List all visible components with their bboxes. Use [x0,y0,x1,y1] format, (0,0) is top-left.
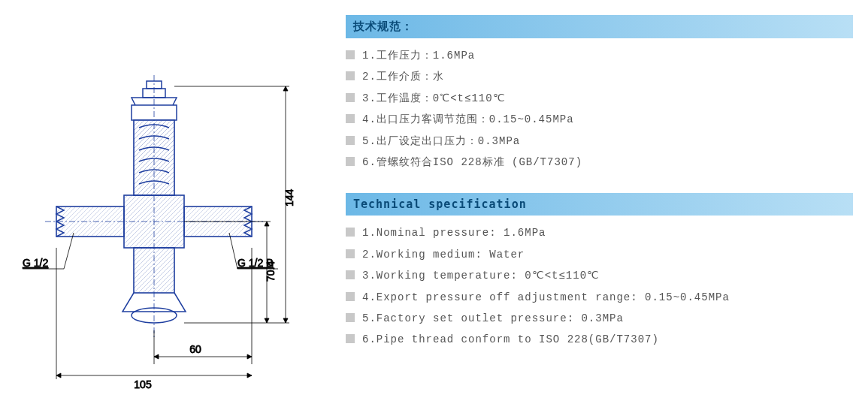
bullet-icon [346,270,355,279]
list-item: 6.Pipe thread conform to ISO 228(GB/T730… [346,331,853,348]
page-container: 144 70.4 60 105 G 1/2 [15,15,853,405]
bullet-icon [346,157,355,166]
list-item: 3.Working temperature: 0℃<t≤110℃ [346,267,853,284]
spec-text: 4.出口压力客调节范围：0.15~0.45MPa [362,111,574,128]
diagram-column: 144 70.4 60 105 G 1/2 [15,15,316,405]
list-item: 5.出厂设定出口压力：0.3MPa [346,133,853,149]
bullet-icon [346,334,355,343]
spec-text: 6.管螺纹符合ISO 228标准 (GB/T7307) [362,154,582,170]
list-item: 4.Export pressure off adjustment range: … [346,289,853,306]
spec-text: 5.出厂设定出口压力：0.3MPa [362,133,520,149]
list-item: 5.Factory set outlet pressure: 0.3MPa [346,310,853,327]
list-item: 6.管螺纹符合ISO 228标准 (GB/T7307) [346,154,853,170]
right-thread-label: G 1/2 B [237,257,273,269]
bullet-icon [346,292,355,301]
spec-header-en: Technical specification [346,193,853,216]
spec-text: 1.Nominal pressure: 1.6MPa [362,225,546,241]
bullet-icon [346,136,355,145]
list-item: 2.Working medium: Water [346,246,853,263]
dim-total-height: 144 [283,188,295,206]
spec-list-cn: 1.工作压力：1.6MPa 2.工作介质：水 3.工作温度：0℃<t≤110℃ … [346,47,853,170]
bullet-icon [346,249,355,258]
svg-line-25 [229,233,237,269]
spec-text: 2.Working medium: Water [362,246,525,263]
bullet-icon [346,313,355,322]
list-item: 3.工作温度：0℃<t≤110℃ [346,90,853,107]
spec-text: 4.Export pressure off adjustment range: … [362,289,730,306]
list-item: 2.工作介质：水 [346,68,853,85]
spec-column: 技术规范： 1.工作压力：1.6MPa 2.工作介质：水 3.工作温度：0℃<t… [346,15,853,371]
spec-list-en: 1.Nominal pressure: 1.6MPa 2.Working med… [346,225,853,348]
bullet-icon [346,71,355,80]
spec-text: 6.Pipe thread conform to ISO 228(GB/T730… [362,331,659,348]
list-item: 1.Nominal pressure: 1.6MPa [346,225,853,241]
spec-text: 3.工作温度：0℃<t≤110℃ [362,90,506,107]
spec-text: 3.Working temperature: 0℃<t≤110℃ [362,267,600,284]
bullet-icon [346,228,355,237]
bullet-icon [346,50,355,59]
spec-text: 2.工作介质：水 [362,68,444,85]
list-item: 4.出口压力客调节范围：0.15~0.45MPa [346,111,853,128]
left-thread-label: G 1/2 [23,257,48,269]
dim-right-width: 60 [189,343,201,355]
spec-header-cn: 技术规范： [346,15,853,38]
dim-total-width: 105 [134,378,152,390]
valve-diagram: 144 70.4 60 105 G 1/2 [15,15,316,405]
list-item: 1.工作压力：1.6MPa [346,47,853,64]
bullet-icon [346,114,355,123]
bullet-icon [346,93,355,102]
spec-text: 1.工作压力：1.6MPa [362,47,475,64]
svg-line-23 [64,233,74,269]
spec-text: 5.Factory set outlet pressure: 0.3MPa [362,310,624,327]
